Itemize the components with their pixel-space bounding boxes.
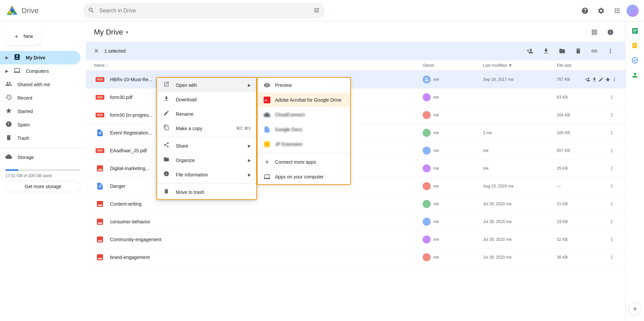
- computers-icon: [14, 67, 20, 75]
- sidebar-item-shared[interactable]: Shared with me: [0, 78, 80, 91]
- share-selected-button[interactable]: [523, 44, 537, 58]
- ctx-divider-2: [157, 183, 256, 183]
- file-size: 63 KB: [557, 95, 597, 100]
- row-more-btn[interactable]: [606, 127, 617, 138]
- ow-googledocs[interactable]: Google Docs: [258, 122, 350, 137]
- file-row[interactable]: consumer-behavior me Jul 28, 2020 me 33 …: [86, 213, 625, 231]
- file-modified: Aug 23, 2020 me: [483, 184, 557, 189]
- rp-add-button[interactable]: [628, 302, 642, 316]
- file-owner: me: [423, 164, 483, 172]
- row-more-btn[interactable]: [606, 199, 617, 209]
- rp-contacts-icon[interactable]: [628, 68, 642, 82]
- row-more-btn[interactable]: [606, 163, 617, 174]
- ow-connect-apps-label: Connect more apps: [275, 159, 316, 165]
- apps-button[interactable]: [610, 4, 624, 17]
- sidebar-item-storage[interactable]: Storage: [0, 151, 80, 164]
- file-modified: Jul 28, 2020 me: [483, 202, 557, 206]
- deselect-icon[interactable]: ✕: [94, 47, 99, 55]
- storage-bar: [5, 169, 80, 171]
- file-row-actions: [597, 252, 617, 263]
- ctx-open-with[interactable]: Open with ▶: [157, 78, 256, 92]
- trash-icon: [5, 134, 12, 143]
- move-selected-button[interactable]: [555, 44, 569, 58]
- ow-apps-computer[interactable]: Apps on your computer: [258, 169, 350, 184]
- owner-text: me: [433, 113, 439, 117]
- row-download-btn[interactable]: [592, 74, 597, 85]
- row-share-btn[interactable]: [585, 74, 590, 85]
- file-row-actions: [597, 110, 617, 120]
- ctx-copy[interactable]: Make a copy ⌘C ⌘V: [157, 121, 256, 136]
- ctx-file-info[interactable]: File information ▶: [157, 167, 256, 182]
- sidebar-item-recent[interactable]: Recent: [0, 91, 80, 105]
- row-more-btn[interactable]: [606, 145, 617, 156]
- topbar-right: [578, 4, 639, 17]
- file-row-actions: [597, 163, 617, 174]
- expand-arrow-computers: ▶: [5, 69, 8, 73]
- help-button[interactable]: [578, 4, 592, 17]
- col-name-header[interactable]: Name ↓: [94, 63, 423, 68]
- delete-selected-button[interactable]: [572, 44, 585, 58]
- drive-title-dropdown[interactable]: ▾: [126, 30, 128, 35]
- file-owner: me: [423, 253, 483, 261]
- ctx-download[interactable]: Download: [157, 92, 256, 107]
- svg-rect-7: [633, 31, 637, 31]
- ow-adobe[interactable]: Ai Adobe Acrobat for Google Drive: [258, 93, 350, 107]
- ctx-organize[interactable]: Organize ▶: [157, 153, 256, 167]
- owner-text: me: [433, 219, 439, 224]
- file-row[interactable]: brand-engagement me Jul 28, 2020 me 36 K…: [86, 249, 625, 266]
- sidebar-item-starred[interactable]: Starred: [0, 105, 80, 118]
- ow-preview-label: Preview: [275, 83, 292, 88]
- sidebar-item-computers[interactable]: ▶ Computers: [0, 64, 80, 78]
- rp-keep-icon[interactable]: [628, 39, 642, 52]
- file-icon: [94, 251, 106, 263]
- ow-googledocs-icon: [263, 125, 271, 133]
- grid-view-button[interactable]: [588, 25, 601, 39]
- sidebar-item-trash[interactable]: Trash: [0, 131, 80, 145]
- file-owner: me: [423, 129, 483, 137]
- rp-sheets-icon[interactable]: [628, 24, 642, 38]
- rp-tasks-icon[interactable]: [628, 54, 642, 67]
- more-selected-button[interactable]: [604, 44, 617, 58]
- col-modified-header[interactable]: Last modified ▼: [483, 63, 557, 68]
- search-input[interactable]: [83, 3, 325, 18]
- right-panel: [625, 21, 644, 321]
- search-filter-icon[interactable]: [313, 7, 320, 14]
- settings-button[interactable]: [594, 4, 608, 17]
- ow-jpextension[interactable]: JP Extension: [258, 137, 350, 152]
- sidebar-item-spam[interactable]: Spam: [0, 118, 80, 131]
- file-owner: me: [423, 182, 483, 190]
- row-more-btn[interactable]: [606, 216, 617, 227]
- ctx-share[interactable]: Share ▶: [157, 139, 256, 153]
- row-more-btn[interactable]: [606, 252, 617, 263]
- file-row-actions: [597, 92, 617, 103]
- row-more-btn[interactable]: [606, 110, 617, 120]
- link-selected-button[interactable]: [588, 44, 601, 58]
- info-button[interactable]: [604, 25, 617, 39]
- user-avatar[interactable]: [627, 5, 639, 17]
- ctx-divider-1: [157, 137, 256, 137]
- search-bar: [83, 3, 325, 18]
- row-edit-btn[interactable]: [598, 74, 604, 85]
- new-button[interactable]: ＋ New: [5, 27, 41, 46]
- ctx-trash[interactable]: Move to trash: [157, 185, 256, 199]
- recent-icon: [5, 94, 12, 102]
- row-more-btn[interactable]: [606, 234, 617, 245]
- file-row[interactable]: Community-engagement me Jul 28, 2020 me …: [86, 231, 625, 249]
- ow-cloudconnect[interactable]: CloudConnect: [258, 107, 350, 122]
- row-star-btn[interactable]: [605, 74, 610, 85]
- download-selected-button[interactable]: [539, 44, 553, 58]
- row-more-btn[interactable]: [606, 181, 617, 192]
- ow-connect-apps[interactable]: Connect more apps: [258, 155, 350, 169]
- get-more-storage-button[interactable]: Get more storage: [5, 181, 80, 192]
- row-more-btn[interactable]: [612, 74, 617, 85]
- sidebar-item-my-drive[interactable]: ▶ My Drive: [0, 51, 80, 64]
- file-name: brand-engagement: [110, 255, 423, 260]
- ctx-rename[interactable]: Rename: [157, 107, 256, 121]
- file-icon: PDF: [94, 109, 106, 121]
- ctx-share-icon: [162, 142, 170, 150]
- ow-preview[interactable]: Preview: [258, 78, 350, 93]
- drive-title-text: My Drive: [94, 28, 123, 37]
- svg-rect-6: [633, 29, 637, 30]
- storage-icon: [5, 153, 12, 162]
- row-more-btn[interactable]: [606, 92, 617, 103]
